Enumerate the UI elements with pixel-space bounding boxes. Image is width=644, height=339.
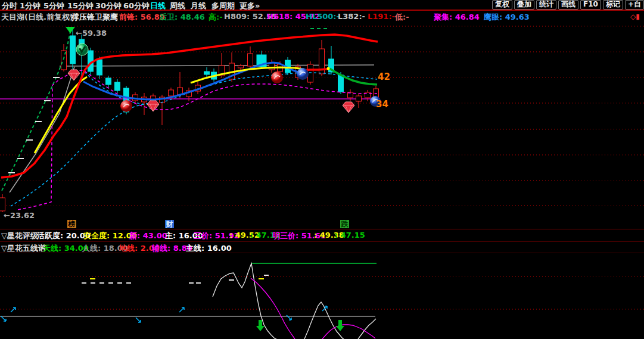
candle-body xyxy=(338,75,344,92)
title-field-12: 聚集: 46.84 xyxy=(434,12,480,23)
yellow-dot-marker xyxy=(327,67,330,70)
panel1-field-1[interactable]: ▽星花评级 xyxy=(1,231,38,241)
candle-body xyxy=(97,60,102,75)
panel2-field-1[interactable]: ▽星花五线谱 xyxy=(1,243,46,254)
cyan-down-arrow-icon xyxy=(136,318,141,322)
indicator-title-bar: ◇▮ 天目湖(日线.前复权)▽撑压锋卫聚鹰前锋: 56.89后卫: 48.46高… xyxy=(0,11,644,22)
oscillator-chart-canvas[interactable] xyxy=(0,253,644,339)
panel2-field-6: 主线: 16.00 xyxy=(186,243,232,254)
title-field-4: 后卫: 48.46 xyxy=(159,12,205,23)
title-field-8: HL500:- xyxy=(306,12,340,21)
cyan-down-arrow-icon xyxy=(287,315,291,320)
candle-body xyxy=(115,82,120,91)
period-tab-4[interactable]: 15分钟 xyxy=(67,1,94,11)
panel1-field-4: 新: 43.00 xyxy=(129,231,167,241)
panel1-field-2: 活跃度: 20.00 xyxy=(37,231,91,241)
indicator-line xyxy=(251,278,295,339)
title-field-3: 前锋: 56.89 xyxy=(119,12,165,23)
candle-body xyxy=(204,71,210,74)
cyan-up-arrow-icon xyxy=(11,307,15,312)
trading-app-window: { "toolbar": { "periods": [ {"label":"分时… xyxy=(0,0,644,339)
period-tab-9[interactable]: 月线 xyxy=(191,1,206,11)
period-tab-2[interactable]: 1分钟 xyxy=(20,1,41,11)
main-chart-svg: ←59.38←23.624234 xyxy=(0,22,644,219)
green-down-arrow-icon xyxy=(336,320,344,331)
red-ball-icon xyxy=(120,100,132,112)
gem-icon xyxy=(68,70,80,80)
chart-price-label: ←23.62 xyxy=(4,211,35,219)
indicator-line xyxy=(60,65,374,66)
candle-body xyxy=(106,78,111,85)
bottom-chart-svg xyxy=(0,253,644,339)
toolbar-button-4[interactable]: 画线 xyxy=(558,0,578,10)
cyan-up-arrow-icon xyxy=(179,307,184,312)
toolbar-buttons: 复权叠加统计画线F10标记+自 xyxy=(490,0,644,10)
chart-tab-3[interactable]: 跌 xyxy=(340,220,349,228)
toolbar-button-2[interactable]: 叠加 xyxy=(514,0,534,10)
period-tab-11[interactable]: 更多» xyxy=(239,1,260,11)
candle-body xyxy=(70,36,76,64)
candle-body xyxy=(169,90,174,96)
period-tab-7[interactable]: 日线 xyxy=(150,1,166,11)
period-tab-5[interactable]: 30分钟 xyxy=(95,1,122,11)
period-toolbar: 复权叠加统计画线F10标记+自 分时1分钟5分钟15分钟30分钟60分钟日线周线… xyxy=(0,0,644,11)
title-field-13: 鹰眼: 49.63 xyxy=(484,12,530,23)
chart-price-label: 34 xyxy=(376,99,388,110)
corner-diamond-icon[interactable]: ◇▮ xyxy=(630,13,640,21)
title-field-11: 低:- xyxy=(395,12,409,23)
period-tab-1[interactable]: 分时 xyxy=(2,1,17,11)
period-tab-10[interactable]: 多周期 xyxy=(211,1,235,11)
chart-price-label: 42 xyxy=(378,71,390,82)
panel-xinghua-rating: ▽星花评级活跃度: 20.00安全度: 12.00新: 43.00主: 16.0… xyxy=(0,229,644,242)
toolbar-button-7[interactable]: +自 xyxy=(625,0,644,10)
toolbar-button-5[interactable]: F10 xyxy=(580,0,601,10)
title-field-5: 高:- xyxy=(209,12,223,23)
title-field-9: L382:- xyxy=(338,12,365,21)
period-tab-8[interactable]: 周线 xyxy=(170,1,185,11)
main-chart-canvas[interactable]: ←59.38←23.624234 xyxy=(0,22,644,219)
period-tab-3[interactable]: 5分钟 xyxy=(43,1,64,11)
panel1-field-11: : 47.15 xyxy=(335,231,365,240)
chart-tab-2[interactable]: 财 xyxy=(165,220,174,228)
title-field-1: 天目湖(日线.前复权) xyxy=(1,12,73,23)
red-ball-icon xyxy=(271,71,283,83)
blue-ball-icon xyxy=(297,68,309,80)
period-tab-6[interactable]: 60分钟 xyxy=(123,1,150,11)
indicator-line xyxy=(304,302,344,339)
title-field-10: L191:- xyxy=(368,12,395,21)
toolbar-button-1[interactable]: 复权 xyxy=(492,0,512,10)
gem-icon xyxy=(343,102,354,113)
chart-footer-tabs: 榜财跌 xyxy=(0,219,644,229)
candle-body xyxy=(238,66,244,68)
candle-body xyxy=(248,54,253,66)
chart-price-label: ←59.38 xyxy=(76,29,107,38)
toolbar-button-6[interactable]: 标记 xyxy=(603,0,623,10)
toolbar-button-3[interactable]: 统计 xyxy=(536,0,556,10)
cyan-down-arrow-icon xyxy=(1,316,6,321)
sell-triangle-icon xyxy=(66,27,75,33)
chart-tab-1[interactable]: 榜 xyxy=(67,220,76,228)
candle-body xyxy=(0,198,5,211)
cyan-up-arrow-icon xyxy=(322,306,327,311)
title-field-2: ▽撑压锋卫聚鹰 xyxy=(66,12,118,23)
panel-xinghua-staff: ▽星花五线谱天线: 34.00人线: 18.00地线: 2.00辅线: 8.80… xyxy=(0,242,644,253)
candle-body xyxy=(356,96,362,101)
